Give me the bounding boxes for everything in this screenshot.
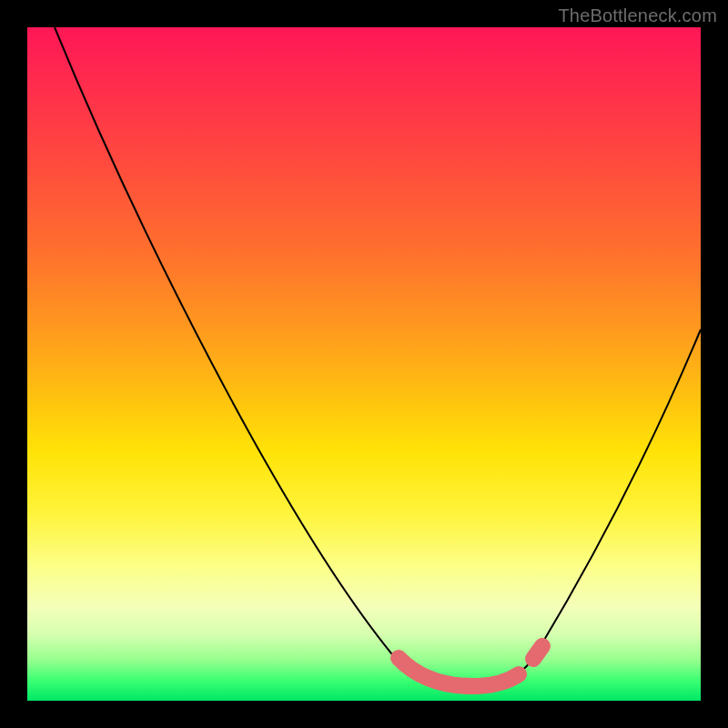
bottleneck-optimal-dot bbox=[533, 646, 542, 659]
plot-area bbox=[27, 27, 701, 701]
curve-layer bbox=[27, 27, 701, 701]
bottleneck-curve bbox=[55, 27, 701, 686]
watermark-text: TheBottleneck.com bbox=[558, 5, 717, 26]
chart-frame: TheBottleneck.com bbox=[0, 0, 728, 728]
bottleneck-optimal-region bbox=[399, 658, 519, 686]
